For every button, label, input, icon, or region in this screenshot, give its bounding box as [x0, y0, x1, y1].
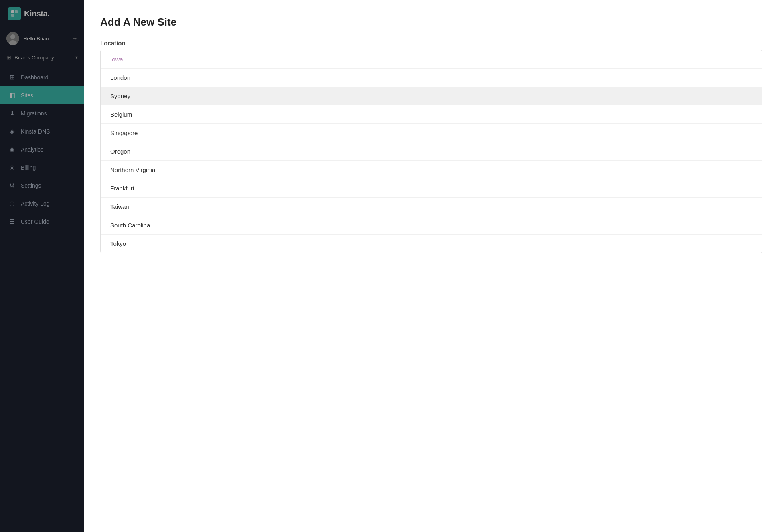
location-dropdown: IowaLondonSydneyBelgiumSingaporeOregonNo… [100, 50, 762, 253]
dropdown-item-frankfurt[interactable]: Frankfurt [101, 179, 762, 198]
modal-title: Add A New Site [100, 16, 762, 28]
add-site-modal: Add A New Site Location IowaLondonSydney… [84, 0, 778, 532]
dropdown-item-iowa[interactable]: Iowa [101, 50, 762, 69]
dropdown-item-tokyo[interactable]: Tokyo [101, 235, 762, 253]
modal-location-label: Location [100, 40, 762, 47]
dropdown-item-south-carolina[interactable]: South Carolina [101, 216, 762, 235]
dropdown-item-taiwan[interactable]: Taiwan [101, 198, 762, 216]
dropdown-item-northern-virginia[interactable]: Northern Virginia [101, 161, 762, 179]
dropdown-item-sydney[interactable]: Sydney [101, 87, 762, 105]
dropdown-item-belgium[interactable]: Belgium [101, 105, 762, 124]
dropdown-item-london[interactable]: London [101, 69, 762, 87]
dropdown-item-singapore[interactable]: Singapore [101, 124, 762, 142]
dropdown-item-oregon[interactable]: Oregon [101, 142, 762, 161]
